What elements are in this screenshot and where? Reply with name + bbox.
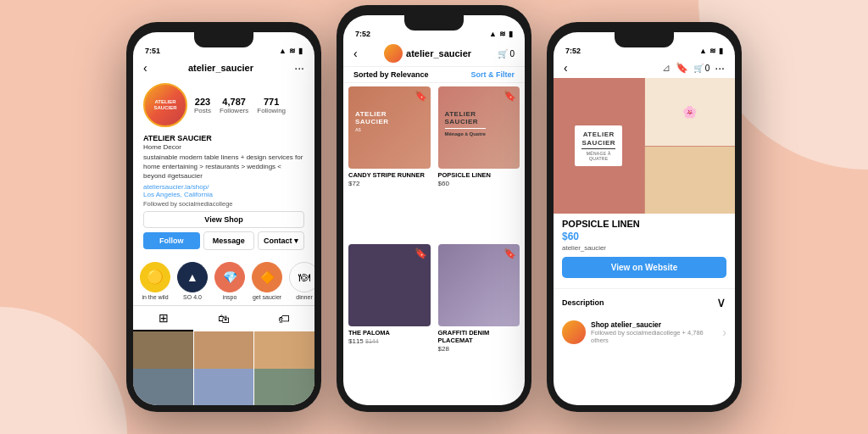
profile-nav: ‹ atelier_saucier ··· bbox=[133, 59, 314, 76]
phone-profile: 7:51 ▲ ≋ ▮ ‹ atelier_saucier ··· ATELIER… bbox=[126, 22, 321, 412]
product-1[interactable]: 🔖 ATELIERSAUCIER AS CANDY STRIPE RUNNER … bbox=[345, 83, 434, 240]
detail-img-top: 🌸 bbox=[645, 78, 736, 146]
shop-row-sub: Followed by socialmediacollege + 4,786 o… bbox=[591, 329, 717, 344]
detail-product-image: ATELIERSAUCIER MÉNAGE ÀQUATRE 🌸 bbox=[554, 78, 735, 214]
bookmark-icon-1[interactable]: 🔖 bbox=[415, 90, 427, 102]
bookmark-detail-icon[interactable]: 🔖 bbox=[676, 62, 688, 74]
shop-nav: ‹ atelier_saucier 🛒 0 bbox=[343, 42, 525, 66]
signal-icon: ▲ bbox=[279, 47, 287, 55]
message-button[interactable]: Message bbox=[203, 231, 255, 250]
highlights: 🟡 in the wild ▲ SO 4.0 💎 inspo bbox=[133, 257, 314, 305]
phones-container: 7:51 ▲ ≋ ▮ ‹ atelier_saucier ··· ATELIER… bbox=[126, 14, 742, 420]
stat-following: 771 Following bbox=[257, 97, 286, 114]
product-4[interactable]: 🔖 GRAFFITI DENIM PLACEMAT $28 bbox=[435, 241, 524, 405]
menu-button-1[interactable]: ··· bbox=[294, 61, 304, 75]
shop-row-info: Shop atelier_saucier Followed by socialm… bbox=[591, 320, 717, 344]
tab-shop[interactable]: 🛍 bbox=[193, 306, 253, 331]
product-detail-price: $60 bbox=[562, 231, 726, 242]
action-buttons: Follow Message Contact ▾ bbox=[143, 231, 304, 250]
grid-photo-5 bbox=[194, 369, 254, 405]
profile-link[interactable]: ateliersaucier.la/shop/ bbox=[143, 183, 304, 191]
bookmark-icon-3[interactable]: 🔖 bbox=[415, 248, 427, 259]
product-price-2: $60 bbox=[438, 180, 520, 187]
cart-count-2: 0 bbox=[509, 49, 515, 58]
shop-cart[interactable]: 🛒 0 bbox=[498, 49, 515, 58]
product-name-2: POPSICLE LINEN bbox=[438, 171, 520, 179]
back-button-3[interactable]: ‹ bbox=[564, 61, 568, 75]
description-chevron: ∨ bbox=[716, 294, 726, 310]
notch-2 bbox=[404, 15, 464, 31]
highlight-1[interactable]: 🟡 in the wild bbox=[140, 262, 170, 300]
product-price-1: $72 bbox=[348, 180, 431, 187]
stats: 223 Posts 4,787 Followers 771 Following bbox=[194, 97, 304, 114]
sort-label: Sorted by Relevance bbox=[353, 70, 429, 79]
sort-filter-button[interactable]: Sort & Filter bbox=[470, 70, 515, 79]
avatar: ATELIERSAUCIER bbox=[143, 83, 187, 127]
shop-row[interactable]: Shop atelier_saucier Followed by socialm… bbox=[554, 315, 735, 349]
grid-photo-4 bbox=[133, 369, 193, 405]
product-detail-seller: atelier_saucier bbox=[562, 244, 726, 252]
screen-shop: 7:52 ▲ ≋ ▮ ‹ atelier_saucier 🛒 0 bbox=[343, 15, 525, 405]
bookmark-icon-2[interactable]: 🔖 bbox=[504, 90, 516, 102]
stat-following-num: 771 bbox=[264, 97, 279, 107]
detail-cart[interactable]: 🛒 0 bbox=[693, 64, 710, 73]
shop-row-name: Shop atelier_saucier bbox=[591, 320, 717, 329]
product-2[interactable]: 🔖 ATELIERSAUCIER Ménage à Quatre POPSICL… bbox=[435, 83, 524, 240]
notch-3 bbox=[615, 32, 674, 47]
status-time-2: 7:52 bbox=[355, 30, 370, 38]
highlight-label-3: inspo bbox=[223, 294, 237, 300]
menu-button-3[interactable]: ··· bbox=[715, 61, 725, 75]
profile-section: ATELIERSAUCIER 223 Posts 4,787 Followers… bbox=[133, 76, 314, 257]
status-icons-2: ▲ ≋ ▮ bbox=[489, 30, 513, 38]
product-3[interactable]: 🔖 THE PALOMA $115 $144 bbox=[345, 241, 434, 405]
description-header[interactable]: Description ∨ bbox=[554, 288, 735, 315]
highlight-5[interactable]: 🍽 dinner bbox=[289, 262, 314, 300]
highlight-label-4: get saucier bbox=[253, 294, 281, 300]
stat-followers-num: 4,787 bbox=[222, 97, 246, 107]
tab-tagged[interactable]: 🏷 bbox=[254, 306, 314, 331]
wifi-icon-3: ≋ bbox=[709, 47, 716, 55]
detail-nav: ‹ ⊿ 🔖 🛒 0 ··· bbox=[554, 59, 735, 78]
highlight-3[interactable]: 💎 inspo bbox=[214, 262, 245, 300]
detail-action-row: ⊿ 🔖 🛒 0 ··· bbox=[662, 61, 725, 75]
grid-photo-6 bbox=[254, 369, 314, 405]
highlight-4[interactable]: 🔶 get saucier bbox=[252, 262, 282, 300]
description-label: Description bbox=[562, 298, 604, 307]
battery-icon-3: ▮ bbox=[719, 47, 723, 55]
profile-username-header: atelier_saucier bbox=[188, 63, 253, 73]
stat-followers: 4,787 Followers bbox=[220, 97, 248, 114]
filter-icon[interactable]: ⊿ bbox=[662, 62, 670, 74]
highlight-circle-1: 🟡 bbox=[140, 262, 170, 292]
product-detail-info: POPSICLE LINEN $60 atelier_saucier View … bbox=[554, 214, 735, 288]
back-button-2[interactable]: ‹ bbox=[353, 47, 358, 60]
back-button-1[interactable]: ‹ bbox=[143, 61, 147, 75]
product-name-3: THE PALOMA bbox=[348, 329, 431, 337]
product-img-1: 🔖 ATELIERSAUCIER AS bbox=[348, 86, 431, 169]
follow-button[interactable]: Follow bbox=[143, 232, 200, 249]
notch-1 bbox=[194, 32, 253, 47]
product-name-4: GRAFFITI DENIM PLACEMAT bbox=[438, 329, 520, 344]
bg-shape-bottom-left bbox=[0, 307, 127, 434]
bookmark-icon-4[interactable]: 🔖 bbox=[504, 248, 516, 259]
profile-name: ATELIER SAUCIER bbox=[143, 134, 304, 142]
view-shop-button[interactable]: View Shop bbox=[143, 211, 304, 228]
contact-chevron: ▾ bbox=[294, 236, 298, 245]
photo-grid bbox=[133, 331, 314, 405]
detail-img-side: 🌸 bbox=[645, 78, 736, 214]
tab-bar: ⊞ 🛍 🏷 bbox=[133, 305, 314, 331]
status-time-3: 7:52 bbox=[565, 47, 581, 55]
stat-posts-label: Posts bbox=[194, 107, 211, 114]
signal-icon-2: ▲ bbox=[489, 30, 497, 38]
detail-img-bottom bbox=[645, 147, 736, 214]
highlight-2[interactable]: ▲ SO 4.0 bbox=[177, 262, 208, 300]
status-time-1: 7:51 bbox=[145, 47, 160, 55]
tab-grid[interactable]: ⊞ bbox=[133, 306, 193, 331]
contact-button[interactable]: Contact ▾ bbox=[258, 231, 304, 250]
view-website-button[interactable]: View on Website bbox=[562, 257, 726, 278]
sort-bar: Sorted by Relevance Sort & Filter bbox=[343, 66, 525, 83]
status-icons-3: ▲ ≋ ▮ bbox=[699, 47, 723, 55]
highlight-circle-3: 💎 bbox=[214, 262, 245, 292]
product-img-3: 🔖 bbox=[348, 244, 431, 326]
stat-posts-num: 223 bbox=[195, 97, 210, 107]
cart-count-3: 0 bbox=[705, 64, 710, 73]
